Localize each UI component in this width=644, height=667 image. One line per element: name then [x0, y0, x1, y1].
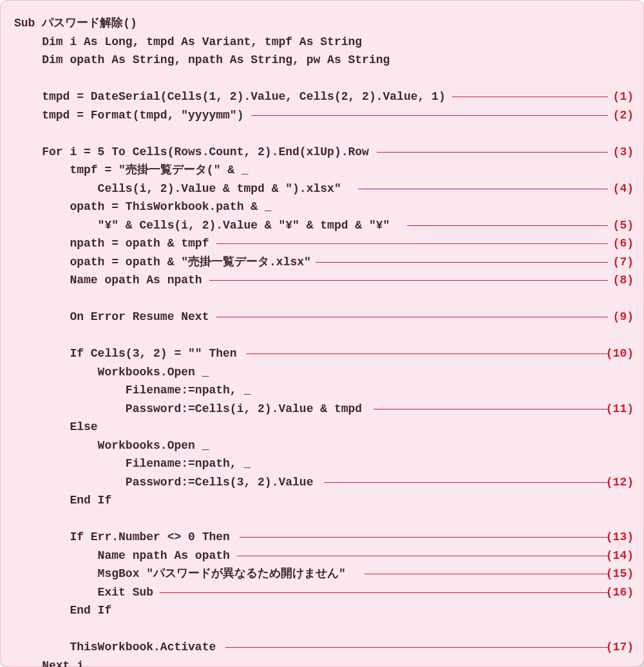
code-text: Exit Sub — [0, 583, 153, 602]
annotation-label: (16) — [606, 583, 634, 602]
code-line: Cells(i, 2).Value & tmpd & ").xlsx"(4) — [0, 180, 644, 198]
code-text: Filename:=npath, _ — [0, 381, 251, 400]
code-line: Filename:=npath, _ — [0, 455, 644, 473]
code-text: Sub パスワード解除() — [0, 14, 137, 33]
annotation-leader-line — [452, 97, 608, 97]
annotation-label: (5) — [613, 216, 634, 235]
annotation-label: (10) — [606, 344, 634, 363]
code-text: On Error Resume Next — [0, 308, 209, 326]
code-line: ThisWorkbook.Activate(17) — [0, 638, 644, 657]
code-text: Dim i As Long, tmpd As Variant, tmpf As … — [0, 33, 362, 52]
code-line: Else — [0, 418, 644, 437]
code-line: End If — [0, 491, 644, 510]
code-line: On Error Resume Next(9) — [0, 308, 644, 326]
annotation-leader-line — [160, 592, 608, 593]
annotation-label: (7) — [613, 253, 634, 272]
annotation-label: (17) — [606, 638, 634, 657]
annotation-label: (8) — [613, 271, 634, 290]
annotation-leader-line — [365, 574, 608, 574]
code-text: Name npath As opath — [0, 547, 230, 565]
annotation-leader-line — [237, 556, 608, 556]
annotation-leader-line — [216, 317, 608, 317]
annotation-leader-line — [216, 243, 608, 244]
annotation-label: (15) — [606, 565, 634, 583]
code-text: Workbooks.Open _ — [0, 363, 209, 382]
code-text: Else — [0, 418, 98, 437]
code-line: Sub パスワード解除() — [0, 14, 644, 33]
code-text — [0, 124, 42, 143]
code-line: tmpf = "売掛一覧データ(" & _ — [0, 161, 644, 180]
code-line: opath = opath & "売掛一覧データ.xlsx"(7) — [0, 253, 644, 272]
code-text: Workbooks.Open _ — [0, 437, 209, 455]
code-text — [0, 290, 70, 308]
code-line — [0, 70, 644, 88]
annotation-leader-line — [316, 262, 608, 263]
code-line — [0, 124, 644, 143]
code-line: Password:=Cells(3, 2).Value(12) — [0, 473, 644, 492]
annotation-leader-line — [358, 189, 608, 189]
annotation-label: (3) — [613, 143, 634, 162]
code-panel: Sub パスワード解除() Dim i As Long, tmpd As Var… — [0, 0, 644, 667]
code-line: Password:=Cells(i, 2).Value & tmpd(11) — [0, 400, 644, 418]
code-text: Password:=Cells(i, 2).Value & tmpd — [0, 400, 362, 418]
code-text: Password:=Cells(3, 2).Value — [0, 473, 313, 492]
code-text: If Err.Number <> 0 Then — [0, 528, 230, 547]
code-line: "¥" & Cells(i, 2).Value & "¥" & tmpd & "… — [0, 216, 644, 235]
annotation-leader-line — [251, 115, 608, 116]
code-text: Cells(i, 2).Value & tmpd & ").xlsx" — [0, 180, 341, 198]
code-line: Next i — [0, 657, 644, 668]
code-line: tmpd = Format(tmpd, "yyyymm")(2) — [0, 106, 644, 125]
code-text: tmpd = DateSerial(Cells(1, 2).Value, Cel… — [0, 88, 446, 106]
code-line — [0, 290, 644, 308]
code-text: tmpd = Format(tmpd, "yyyymm") — [0, 106, 243, 125]
code-line: If Err.Number <> 0 Then(13) — [0, 528, 644, 547]
annotation-label: (4) — [613, 180, 634, 198]
code-line: For i = 5 To Cells(Rows.Count, 2).End(xl… — [0, 143, 644, 162]
code-text: For i = 5 To Cells(Rows.Count, 2).End(xl… — [0, 143, 369, 162]
code-line: Exit Sub(16) — [0, 583, 644, 602]
code-text: "¥" & Cells(i, 2).Value & "¥" & tmpd & "… — [0, 216, 390, 235]
code-line — [0, 620, 644, 639]
annotation-leader-line — [377, 152, 608, 153]
annotation-leader-line — [324, 482, 608, 483]
code-text: npath = opath & tmpf — [0, 234, 209, 253]
code-text: End If — [0, 491, 111, 510]
code-text: If Cells(3, 2) = "" Then — [0, 344, 237, 363]
code-line: If Cells(3, 2) = "" Then(10) — [0, 344, 644, 363]
annotation-leader-line — [240, 537, 608, 538]
code-line: opath = ThisWorkbook.path & _ — [0, 198, 644, 216]
code-line: Dim i As Long, tmpd As Variant, tmpf As … — [0, 33, 644, 52]
annotation-leader-line — [209, 280, 608, 281]
annotation-label: (6) — [613, 234, 634, 253]
code-text: tmpf = "売掛一覧データ(" & _ — [0, 161, 249, 180]
code-text: ThisWorkbook.Activate — [0, 638, 216, 657]
code-line — [0, 326, 644, 345]
code-line: Dim opath As String, npath As String, pw… — [0, 51, 644, 70]
annotation-leader-line — [246, 353, 608, 354]
annotation-label: (12) — [606, 473, 634, 492]
annotation-leader-line — [225, 647, 608, 648]
annotation-leader-line — [374, 409, 608, 409]
annotation-label: (11) — [606, 400, 634, 418]
code-text: Next i — [0, 657, 84, 668]
code-line: Name npath As opath(14) — [0, 547, 644, 565]
code-text: End If — [0, 601, 111, 620]
annotation-label: (1) — [613, 88, 634, 106]
code-text — [0, 510, 70, 529]
code-line — [0, 510, 644, 529]
code-text: opath = ThisWorkbook.path & _ — [0, 198, 272, 216]
annotation-label: (9) — [613, 308, 634, 326]
code-text: MsgBox "パスワードが異なるため開けません" — [0, 565, 346, 583]
code-text — [0, 70, 42, 88]
annotation-label: (13) — [606, 528, 634, 547]
code-line: Name opath As npath(8) — [0, 271, 644, 290]
code-line: tmpd = DateSerial(Cells(1, 2).Value, Cel… — [0, 88, 644, 106]
code-line: Filename:=npath, _ — [0, 381, 644, 400]
code-line: End If — [0, 601, 644, 620]
code-text: Filename:=npath, _ — [0, 455, 251, 473]
code-text — [0, 326, 70, 345]
code-line: Workbooks.Open _ — [0, 363, 644, 382]
code-text: opath = opath & "売掛一覧データ.xlsx" — [0, 253, 311, 272]
annotation-label: (2) — [613, 106, 634, 125]
code-line: npath = opath & tmpf(6) — [0, 234, 644, 253]
